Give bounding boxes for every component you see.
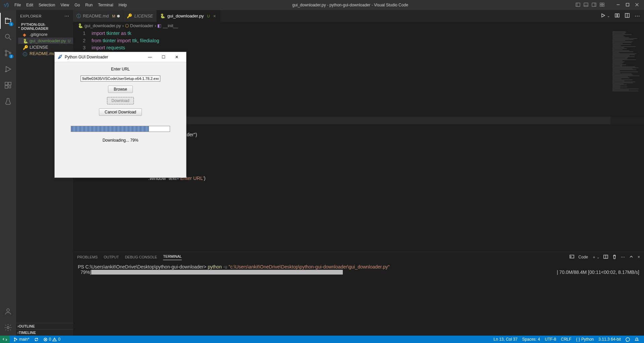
svg-rect-9: [602, 5, 604, 6]
window-title: gui_downloader.py - python-gui-downloade…: [129, 3, 571, 7]
activity-settings[interactable]: [0, 320, 16, 336]
dialog-title: Python GUI Downloader: [65, 55, 108, 59]
svg-rect-24: [9, 86, 11, 88]
svg-rect-8: [600, 5, 602, 6]
dialog-titlebar[interactable]: Python GUI Downloader — ☐ ✕: [55, 52, 186, 62]
run-dropdown-icon[interactable]: ⌄: [607, 14, 610, 18]
explorer-more-icon[interactable]: ⋯: [64, 13, 69, 19]
git-icon: ◆: [23, 32, 28, 37]
layout-customize-icon[interactable]: [600, 2, 604, 8]
status-interpreter[interactable]: 3.11.3 64-bit: [596, 337, 623, 342]
status-feedback-icon[interactable]: [623, 337, 632, 342]
status-spaces[interactable]: Spaces: 4: [520, 337, 542, 342]
svg-point-17: [5, 54, 7, 56]
method-icon: ◧: [157, 23, 161, 28]
split-terminal-icon[interactable]: [603, 254, 608, 260]
explorer-header: EXPLORER ⋯: [16, 10, 73, 22]
file-license[interactable]: 🔑 LICENSE: [18, 44, 73, 50]
outline-section[interactable]: › OUTLINE: [16, 323, 73, 329]
activity-search[interactable]: [0, 29, 16, 45]
status-language[interactable]: { }Python: [574, 337, 596, 342]
compare-changes-icon[interactable]: [614, 13, 620, 19]
menu-terminal[interactable]: Terminal: [95, 3, 116, 7]
tab-readme[interactable]: ⓘ README.md M: [73, 10, 123, 22]
window-close-icon[interactable]: [635, 2, 639, 8]
kill-terminal-icon[interactable]: [612, 254, 617, 260]
svg-rect-29: [618, 14, 619, 17]
dialog-minimize-icon[interactable]: —: [143, 55, 157, 59]
workspace-folder[interactable]: ⌄ PYTHON-GUI-DOWNLOADER: [16, 22, 73, 31]
remote-indicator[interactable]: [0, 336, 10, 343]
dialog-close-icon[interactable]: ✕: [170, 55, 183, 59]
more-terminal-icon[interactable]: ⋯: [621, 255, 625, 259]
menu-help[interactable]: Help: [116, 3, 130, 7]
svg-rect-2: [584, 3, 588, 6]
layout-sidebar-right-icon[interactable]: [592, 2, 596, 8]
maximize-panel-icon[interactable]: [629, 254, 634, 260]
activity-testing[interactable]: [0, 93, 16, 109]
file-gui-downloader[interactable]: 🐍 gui_downloader.py U: [18, 38, 73, 44]
menu-go[interactable]: Go: [72, 3, 83, 7]
terminal-profile-label[interactable]: Code: [578, 255, 588, 259]
activity-bar: 1 2: [0, 10, 16, 336]
panel-tab-terminal[interactable]: TERMINAL: [163, 254, 182, 260]
menu-view[interactable]: View: [58, 3, 72, 7]
activity-scm[interactable]: 2: [0, 45, 16, 61]
menu-file[interactable]: File: [12, 3, 23, 7]
menu-run[interactable]: Run: [83, 3, 95, 7]
svg-point-42: [626, 337, 630, 341]
menu-selection[interactable]: Selection: [36, 3, 58, 7]
activity-explorer[interactable]: 1: [0, 13, 16, 29]
status-sync[interactable]: [32, 337, 41, 342]
breadcrumb[interactable]: 🐍 gui_downloader.py › ⬡ Downloader › ◧ _…: [73, 22, 644, 29]
cancel-download-button[interactable]: Cancel Download: [99, 108, 142, 116]
panel-tab-output[interactable]: OUTPUT: [104, 255, 119, 259]
vscode-logo-icon: [0, 2, 12, 8]
url-label: Enter URL: [111, 67, 130, 71]
launch-profile-icon[interactable]: [570, 254, 574, 260]
download-button[interactable]: Download: [107, 97, 133, 104]
svg-rect-23: [5, 86, 8, 88]
svg-marker-19: [6, 66, 11, 72]
status-cursor[interactable]: Ln 13, Col 37: [491, 337, 520, 342]
close-icon[interactable]: ×: [212, 13, 217, 19]
panel-tab-problems[interactable]: PROBLEMS: [77, 255, 98, 259]
panel-tab-debug[interactable]: DEBUG CONSOLE: [125, 255, 157, 259]
scm-badge: 2: [9, 54, 13, 58]
tab-license[interactable]: 🔑 LICENSE: [123, 10, 157, 22]
info-icon: ⓘ: [76, 13, 81, 19]
python-icon: 🐍: [160, 13, 165, 18]
window-minimize-icon[interactable]: [616, 2, 621, 8]
activity-extensions[interactable]: [0, 77, 16, 93]
split-editor-icon[interactable]: [625, 13, 630, 19]
layout-panel-icon[interactable]: [584, 2, 588, 8]
terminal-dropdown-icon[interactable]: ⌄: [597, 255, 599, 259]
status-branch[interactable]: main*: [11, 337, 32, 342]
browse-button[interactable]: Browse: [108, 86, 133, 93]
menu-edit[interactable]: Edit: [23, 3, 36, 7]
close-panel-icon[interactable]: ×: [638, 255, 640, 259]
status-eol[interactable]: CRLF: [558, 337, 574, 342]
timeline-section[interactable]: › TIMELINE: [16, 329, 73, 336]
status-notifications-icon[interactable]: [632, 337, 641, 342]
svg-point-16: [5, 50, 7, 52]
svg-rect-0: [576, 3, 580, 6]
more-actions-icon[interactable]: ⋯: [635, 13, 640, 19]
tab-gui-downloader[interactable]: 🐍 gui_downloader.py U ×: [157, 10, 221, 22]
activity-accounts[interactable]: [0, 303, 16, 320]
window-maximize-icon[interactable]: [625, 2, 630, 8]
new-terminal-icon[interactable]: ＋: [592, 254, 596, 260]
status-problems[interactable]: 0 0: [41, 337, 63, 342]
url-input[interactable]: [80, 76, 160, 82]
status-encoding[interactable]: UTF-8: [542, 337, 558, 342]
minimap[interactable]: [610, 29, 644, 252]
run-play-icon[interactable]: [600, 13, 606, 19]
file-gitignore[interactable]: ◆ .gitignore: [18, 31, 73, 38]
activity-debug[interactable]: [0, 61, 16, 77]
download-status: Downloading... 79%: [103, 138, 139, 143]
layout-sidebar-left-icon[interactable]: [576, 2, 580, 8]
svg-point-36: [14, 340, 15, 341]
terminal-content[interactable]: PS C:\Users\ankit\OneDrive\Desktop\pytho…: [73, 262, 644, 336]
svg-rect-32: [570, 255, 574, 258]
dialog-maximize-icon[interactable]: ☐: [157, 55, 170, 59]
